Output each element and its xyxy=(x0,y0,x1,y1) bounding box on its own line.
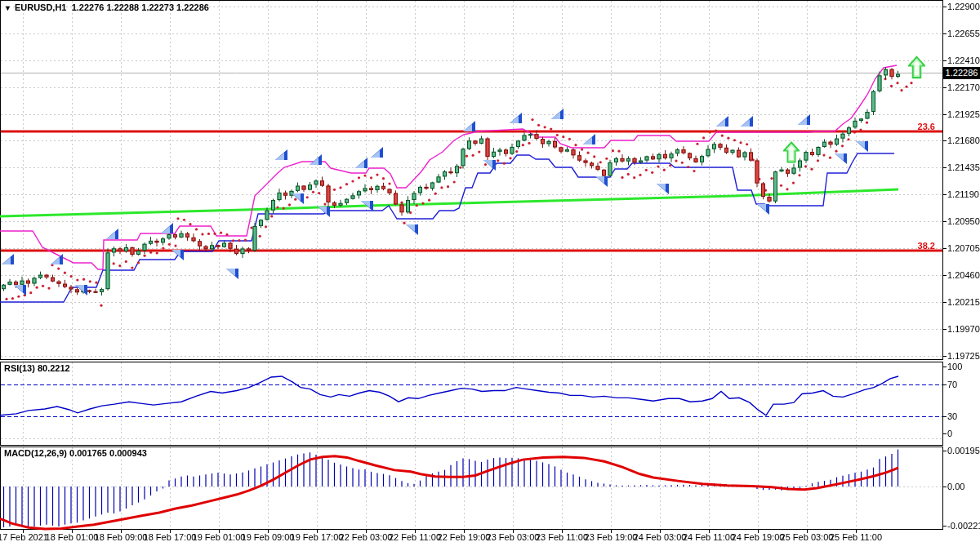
price-axis-label: 1.20460 xyxy=(947,270,980,281)
symbol-timeframe-label: EURUSD,H1 xyxy=(15,2,67,12)
price-axis-label: 1.22900 xyxy=(947,2,980,12)
price-axis-label: 1.19725 xyxy=(947,351,980,362)
quote-close: 1.22286 xyxy=(176,2,209,12)
chevron-down-icon: ▼ xyxy=(4,4,11,12)
macd-indicator-label: MACD(12,26,9) 0.001765 0.000943 xyxy=(4,448,147,458)
macd-axis-label: -0.002217 xyxy=(947,521,980,531)
rsi-axis-label: 30 xyxy=(947,411,980,422)
chart-window: ▼EURUSD,H1 1.22276 1.22288 1.22273 1.222… xyxy=(0,0,980,551)
price-axis-label: 1.19970 xyxy=(947,324,980,335)
time-axis-label: 25 Feb 11:00 xyxy=(822,532,890,542)
rsi-axis-label: 100 xyxy=(947,362,980,372)
price-axis-label: 1.22410 xyxy=(947,56,980,66)
rsi-axis-label: 0 xyxy=(947,429,980,439)
rsi-axis-label: 70 xyxy=(947,380,980,390)
price-axis-label: 1.20215 xyxy=(947,297,980,308)
price-axis-label: 1.21925 xyxy=(947,109,980,120)
price-axis-label: 1.21190 xyxy=(947,189,980,200)
fib-level-label-382: 38.2 xyxy=(886,241,935,251)
price-axis-label: 1.22655 xyxy=(947,29,980,39)
quote-low: 1.22273 xyxy=(141,2,174,12)
price-axis-label: 1.21680 xyxy=(947,136,980,146)
price-axis-label: 1.20950 xyxy=(947,216,980,227)
chart-header: ▼EURUSD,H1 1.22276 1.22288 1.22273 1.222… xyxy=(4,2,209,12)
macd-axis-label: 0.00 xyxy=(947,482,980,492)
fib-level-label-236: 23.6 xyxy=(886,122,935,131)
price-axis-label: 1.21435 xyxy=(947,162,980,173)
rsi-indicator-label: RSI(13) 80.2212 xyxy=(4,363,70,373)
price-axis-label: 1.20705 xyxy=(947,243,980,254)
buy-signal-arrow-icon xyxy=(908,56,925,81)
macd-axis-label: 0.001955 xyxy=(947,446,980,456)
quote-open: 1.22276 xyxy=(72,2,105,12)
buy-signal-arrow-icon xyxy=(783,141,800,165)
quote-high: 1.22288 xyxy=(106,2,139,12)
chart-canvas[interactable] xyxy=(0,0,980,551)
current-price-badge: 1.22286 xyxy=(943,67,980,79)
price-axis-label: 1.22170 xyxy=(947,82,980,93)
